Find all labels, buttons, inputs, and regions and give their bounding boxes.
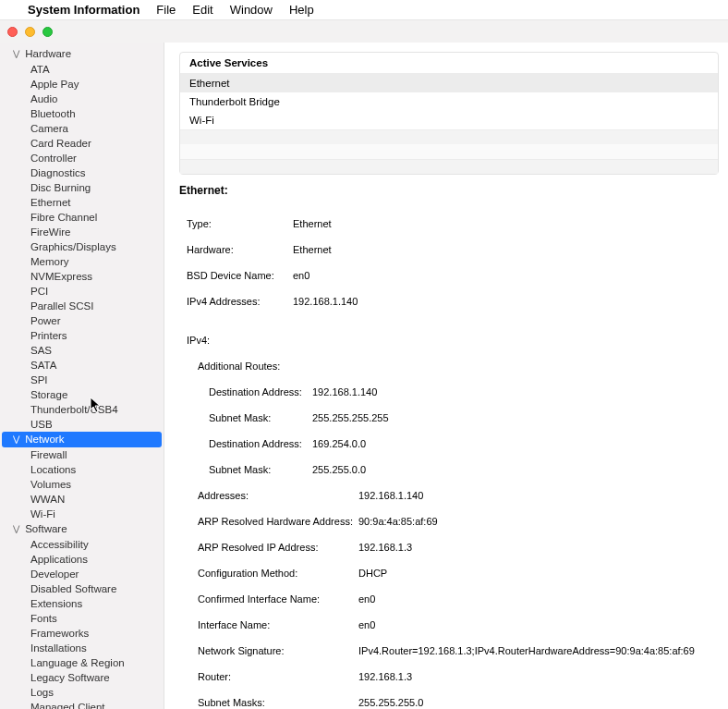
- sidebar-item-diagnostics[interactable]: Diagnostics: [0, 165, 164, 180]
- sidebar-item-audio[interactable]: Audio: [0, 92, 164, 106]
- sidebar-item-sas[interactable]: SAS: [0, 343, 164, 358]
- menu-help[interactable]: Help: [289, 3, 314, 17]
- sidebar-item-spi[interactable]: SPI: [0, 373, 164, 387]
- kv-value: en0: [358, 593, 375, 605]
- chevron-down-icon[interactable]: ⋁: [13, 46, 22, 61]
- kv-label: Type:: [187, 217, 293, 230]
- kv-value: DHCP: [358, 567, 387, 580]
- sidebar-item-graphics-displays[interactable]: Graphics/Displays: [0, 239, 164, 254]
- detail-pane: Active Services Ethernet Thunderbolt Bri…: [164, 43, 728, 709]
- sidebar-item-locations[interactable]: Locations: [0, 462, 164, 477]
- sidebar-item-apple-pay[interactable]: Apple Pay: [0, 77, 164, 92]
- kv-value: 169.254.0.0: [312, 437, 366, 450]
- sidebar-item-applications[interactable]: Applications: [0, 552, 164, 567]
- kv-value: 192.168.1.140: [358, 489, 423, 502]
- sidebar-item-storage[interactable]: Storage: [0, 387, 164, 402]
- kv-label: Confirmed Interface Name:: [198, 593, 358, 605]
- sidebar-item-bluetooth[interactable]: Bluetooth: [0, 106, 164, 121]
- active-services-header: Active Services: [180, 53, 718, 74]
- table-row: [180, 159, 718, 174]
- sidebar-category-network[interactable]: ⋁ Network: [2, 432, 162, 447]
- kv-value: 192.168.1.3: [358, 670, 412, 683]
- sidebar-item-fonts[interactable]: Fonts: [0, 611, 164, 626]
- sidebar-item-language-region[interactable]: Language & Region: [0, 655, 164, 670]
- sidebar-item-wifi[interactable]: Wi-Fi: [0, 507, 164, 521]
- kv-label: Subnet Masks:: [198, 696, 358, 709]
- section-additional-routes: Additional Routes:: [179, 360, 719, 373]
- sidebar-item-volumes[interactable]: Volumes: [0, 477, 164, 492]
- sidebar-item-nvmexpress[interactable]: NVMExpress: [0, 269, 164, 284]
- sidebar-item-thunderbolt-usb4[interactable]: Thunderbolt/USB4: [0, 402, 164, 417]
- section-ipv4: IPv4:: [179, 334, 719, 347]
- table-row: [180, 144, 718, 159]
- sidebar-item-firewire[interactable]: FireWire: [0, 225, 164, 239]
- kv-value: IPv4.Router=192.168.1.3;IPv4.RouterHardw…: [358, 644, 695, 657]
- kv-value: 192.168.1.140: [293, 295, 358, 308]
- chevron-down-icon[interactable]: ⋁: [13, 432, 22, 446]
- sidebar-category-hardware[interactable]: ⋁ Hardware: [0, 46, 164, 62]
- app-name-menu[interactable]: System Information: [28, 3, 140, 17]
- sidebar-item-firewall[interactable]: Firewall: [0, 447, 164, 462]
- menu-window[interactable]: Window: [230, 3, 273, 17]
- service-row-thunderbolt-bridge[interactable]: Thunderbolt Bridge: [180, 92, 718, 111]
- kv-value: 255.255.0.0: [312, 463, 366, 476]
- sidebar-item-card-reader[interactable]: Card Reader: [0, 136, 164, 151]
- window-titlebar: [0, 20, 728, 43]
- sidebar-item-installations[interactable]: Installations: [0, 641, 164, 655]
- sidebar-item-pci[interactable]: PCI: [0, 284, 164, 299]
- sidebar-item-extensions[interactable]: Extensions: [0, 596, 164, 611]
- chevron-down-icon[interactable]: ⋁: [13, 521, 22, 536]
- kv-value: 192.168.1.140: [312, 385, 377, 398]
- sidebar-item-usb[interactable]: USB: [0, 417, 164, 432]
- sidebar-item-managed-client[interactable]: Managed Client: [0, 700, 164, 709]
- sidebar-item-disc-burning[interactable]: Disc Burning: [0, 180, 164, 195]
- sidebar-item-logs[interactable]: Logs: [0, 685, 164, 700]
- system-menubar: System Information File Edit Window Help: [0, 0, 728, 20]
- kv-label: Router:: [198, 670, 358, 683]
- sidebar-category-label: Network: [25, 434, 64, 445]
- kv-label: IPv4 Addresses:: [187, 295, 293, 308]
- sidebar-item-legacy-software[interactable]: Legacy Software: [0, 670, 164, 685]
- sidebar-item-printers[interactable]: Printers: [0, 328, 164, 343]
- kv-value: 255.255.255.255: [312, 411, 389, 424]
- close-icon[interactable]: [7, 27, 18, 37]
- sidebar-item-parallel-scsi[interactable]: Parallel SCSI: [0, 299, 164, 313]
- minimize-icon[interactable]: [25, 27, 35, 37]
- sidebar-item-fibre-channel[interactable]: Fibre Channel: [0, 210, 164, 225]
- service-row-wifi[interactable]: Wi-Fi: [180, 111, 718, 129]
- active-services-table[interactable]: Active Services Ethernet Thunderbolt Bri…: [179, 52, 719, 175]
- kv-label: Hardware:: [187, 243, 293, 256]
- detail-title: Ethernet:: [179, 184, 719, 197]
- sidebar-item-sata[interactable]: SATA: [0, 358, 164, 373]
- kv-label: Subnet Mask:: [209, 463, 312, 476]
- kv-label: ARP Resolved IP Address:: [198, 541, 358, 554]
- menu-edit[interactable]: Edit: [192, 3, 212, 17]
- window-content: ⋁ Hardware ATA Apple Pay Audio Bluetooth…: [0, 43, 728, 709]
- kv-label: Network Signature:: [198, 644, 358, 657]
- sidebar-item-camera[interactable]: Camera: [0, 121, 164, 136]
- sidebar-item-frameworks[interactable]: Frameworks: [0, 626, 164, 641]
- sidebar-item-controller[interactable]: Controller: [0, 151, 164, 165]
- kv-value: 90:9a:4a:85:af:69: [358, 515, 438, 528]
- sidebar-item-wwan[interactable]: WWAN: [0, 492, 164, 507]
- menu-file[interactable]: File: [156, 3, 176, 17]
- kv-label: Addresses:: [198, 489, 358, 502]
- sidebar-category-label: Hardware: [25, 48, 71, 59]
- kv-label: Configuration Method:: [198, 567, 358, 580]
- sidebar-item-ata[interactable]: ATA: [0, 62, 164, 77]
- sidebar-item-developer[interactable]: Developer: [0, 567, 164, 581]
- kv-value: 255.255.255.0: [358, 696, 423, 709]
- service-row-ethernet[interactable]: Ethernet: [180, 74, 718, 92]
- kv-label: ARP Resolved Hardware Address:: [198, 515, 358, 528]
- kv-value: en0: [358, 618, 375, 631]
- sidebar-item-power[interactable]: Power: [0, 313, 164, 328]
- window-controls: [7, 27, 53, 37]
- zoom-icon[interactable]: [42, 27, 53, 37]
- sidebar-item-disabled-software[interactable]: Disabled Software: [0, 581, 164, 596]
- source-list-sidebar[interactable]: ⋁ Hardware ATA Apple Pay Audio Bluetooth…: [0, 43, 164, 709]
- sidebar-item-accessibility[interactable]: Accessibility: [0, 537, 164, 552]
- sidebar-category-software[interactable]: ⋁ Software: [0, 521, 164, 537]
- table-row: [180, 129, 718, 144]
- sidebar-item-ethernet[interactable]: Ethernet: [0, 195, 164, 210]
- sidebar-item-memory[interactable]: Memory: [0, 254, 164, 269]
